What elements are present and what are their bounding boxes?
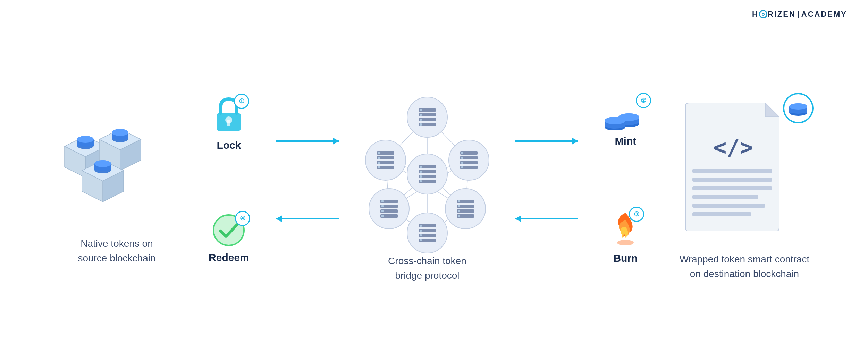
svg-rect-29 xyxy=(227,120,230,126)
arrow-burn-to-network xyxy=(515,218,578,219)
logo-h: H xyxy=(752,10,759,19)
network-graph-icon: .node-circle { fill: #e8eef8; stroke: #c… xyxy=(344,91,511,257)
svg-point-17 xyxy=(112,129,128,136)
blockchain-stack-icon xyxy=(61,115,172,233)
mint-step-wrap: ② xyxy=(605,96,646,130)
arrow-network-to-redeem xyxy=(276,218,339,219)
svg-rect-125 xyxy=(692,195,758,199)
svg-point-90 xyxy=(445,189,486,229)
arrows-left xyxy=(276,140,339,219)
logo-academy: ACADEMY xyxy=(801,10,847,19)
arrow-network-to-mint xyxy=(515,140,578,142)
logo-text: H RIZEN ACADEMY xyxy=(752,10,847,19)
redeem-step-wrap: ④ xyxy=(212,214,245,247)
svg-rect-126 xyxy=(692,204,765,208)
logo-o-icon xyxy=(759,10,767,18)
native-tokens-caption: Native tokens on source blockchain xyxy=(78,236,155,266)
svg-rect-59 xyxy=(378,152,380,154)
section-network: .node-circle { fill: #e8eef8; stroke: #c… xyxy=(339,91,515,283)
redeem-badge: ④ xyxy=(235,211,250,226)
svg-rect-53 xyxy=(420,123,422,126)
logo-rizen: RIZEN xyxy=(768,10,796,19)
svg-rect-122 xyxy=(692,169,772,173)
svg-rect-52 xyxy=(420,119,422,121)
lock-badge: ① xyxy=(234,94,249,109)
mint-label: Mint xyxy=(615,135,637,147)
svg-rect-107 xyxy=(420,239,422,241)
mint-badge: ② xyxy=(636,93,651,108)
svg-rect-50 xyxy=(420,109,422,111)
svg-rect-96 xyxy=(458,205,460,207)
svg-rect-79 xyxy=(420,175,422,178)
step-lock: ① Lock xyxy=(213,96,244,151)
svg-point-54 xyxy=(365,140,406,180)
svg-rect-86 xyxy=(381,200,384,202)
lock-step-wrap: ① xyxy=(213,96,244,135)
svg-rect-71 xyxy=(461,166,463,168)
svg-rect-98 xyxy=(458,215,460,217)
smart-contract-doc: </> xyxy=(685,100,803,238)
section-mint-burn: ② Mint ③ xyxy=(578,96,673,264)
diagram: Native tokens on source blockchain xyxy=(0,35,868,346)
svg-rect-124 xyxy=(692,186,772,190)
svg-point-45 xyxy=(407,97,447,137)
svg-point-134 xyxy=(789,103,807,110)
network-caption: Cross-chain token bridge protocol xyxy=(388,254,466,283)
svg-rect-51 xyxy=(420,114,422,116)
logo-divider xyxy=(798,11,799,18)
section-wrapped-token: </> xyxy=(673,100,816,281)
step-mint: ② Mint xyxy=(605,96,646,147)
svg-point-119 xyxy=(605,117,625,124)
svg-rect-95 xyxy=(458,200,460,202)
burn-step-wrap: ③ xyxy=(612,209,639,248)
arrows-right xyxy=(515,140,578,219)
redeem-label: Redeem xyxy=(209,252,249,263)
lock-label: Lock xyxy=(217,139,241,151)
section-lock-redeem: ① Lock ④ Redeem xyxy=(181,96,276,263)
svg-rect-106 xyxy=(420,234,422,236)
svg-rect-68 xyxy=(461,152,463,154)
wrapped-token-caption: Wrapped token smart contract on destinat… xyxy=(680,252,810,281)
svg-rect-88 xyxy=(381,210,384,212)
svg-point-63 xyxy=(449,140,489,180)
svg-rect-77 xyxy=(420,166,422,168)
svg-point-26 xyxy=(94,160,111,167)
step-redeem: ④ Redeem xyxy=(209,214,249,263)
wrapped-token-badge xyxy=(783,93,814,125)
burn-label: Burn xyxy=(613,252,638,264)
svg-rect-80 xyxy=(420,180,422,182)
document-icon: </> xyxy=(685,100,783,231)
diagram-inner: Native tokens on source blockchain xyxy=(52,98,816,283)
svg-text:</>: </> xyxy=(713,135,753,160)
svg-rect-97 xyxy=(458,210,460,212)
svg-rect-105 xyxy=(420,230,422,232)
svg-rect-123 xyxy=(692,178,772,182)
svg-rect-104 xyxy=(420,225,422,227)
svg-rect-87 xyxy=(381,205,384,207)
svg-rect-89 xyxy=(381,215,384,217)
step-burn: ③ Burn xyxy=(612,209,639,264)
arrow-lock-to-network xyxy=(276,140,339,142)
svg-rect-127 xyxy=(692,212,751,216)
burn-badge: ③ xyxy=(629,207,644,222)
svg-point-120 xyxy=(617,240,634,245)
svg-point-72 xyxy=(407,154,447,194)
svg-rect-70 xyxy=(461,162,463,164)
svg-rect-69 xyxy=(461,157,463,159)
svg-rect-62 xyxy=(378,166,380,168)
svg-rect-61 xyxy=(378,162,380,164)
svg-point-99 xyxy=(407,213,447,253)
svg-rect-60 xyxy=(378,157,380,159)
svg-rect-78 xyxy=(420,171,422,173)
header: H RIZEN ACADEMY xyxy=(752,10,847,19)
svg-point-81 xyxy=(369,189,409,229)
section-native-tokens: Native tokens on source blockchain xyxy=(52,115,182,266)
svg-point-8 xyxy=(77,136,94,143)
